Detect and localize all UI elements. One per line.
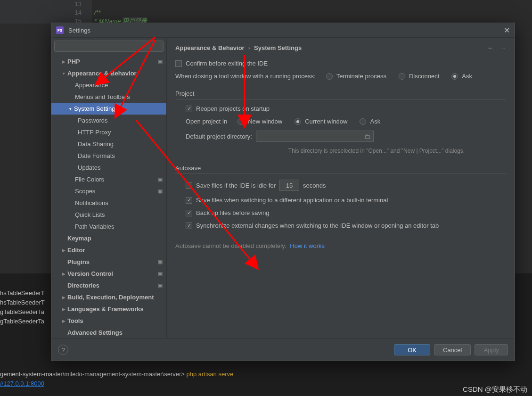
terminal-command: php artisan serve xyxy=(185,371,233,378)
switch-app-label: Save files when switching to a different… xyxy=(196,197,388,204)
open-project-label: Open project in xyxy=(186,118,227,125)
tree-item-path-variables[interactable]: Path Variables xyxy=(51,221,166,232)
tree-item-system-settings[interactable]: ▾System Settings xyxy=(51,103,166,115)
tree-item-notifications[interactable]: Notifications xyxy=(51,197,166,209)
search-input[interactable] xyxy=(54,41,164,52)
dialog-title: Settings xyxy=(68,27,504,34)
reopen-checkbox[interactable] xyxy=(186,106,192,112)
settings-content: Appearance & Behavior › System Settings … xyxy=(167,38,515,338)
tree-item-updates[interactable]: Updates xyxy=(51,162,166,173)
close-icon[interactable]: ✕ xyxy=(504,26,510,35)
confirm-exit-checkbox[interactable] xyxy=(175,60,182,67)
radio-ask-close[interactable] xyxy=(451,73,458,80)
app-icon: PS xyxy=(56,26,64,34)
tree-item-advanced[interactable]: Advanced Settings xyxy=(51,327,166,338)
section-autosave: Autosave xyxy=(175,165,506,174)
autosave-note: Autosave cannot be disabled completely. xyxy=(175,242,286,249)
tree-item-date-formats[interactable]: Date Formats xyxy=(51,150,166,162)
radio-ask-open-label: Ask xyxy=(370,118,380,125)
radio-disconnect[interactable] xyxy=(399,73,405,80)
gutter: 13 14 15 xyxy=(0,0,92,24)
radio-current-window[interactable] xyxy=(295,118,301,125)
tree-item-plugins[interactable]: Plugins▣ xyxy=(51,256,166,268)
tree-item-editor[interactable]: ▶Editor xyxy=(51,244,166,256)
closing-process-label: When closing a tool window with a runnin… xyxy=(175,73,316,80)
reopen-label: Reopen projects on startup xyxy=(196,105,270,112)
folder-icon[interactable]: 🗀 xyxy=(364,133,370,140)
radio-current-window-label: Current window xyxy=(305,118,347,125)
tree-item-data-sharing[interactable]: Data Sharing xyxy=(51,138,166,150)
tree-item-appearance[interactable]: Appearance xyxy=(51,79,166,91)
terminal-path: gement-system-master\miledo-management-s… xyxy=(0,371,185,378)
confirm-exit-label: Confirm before exiting the IDE xyxy=(186,60,268,67)
cancel-button[interactable]: Cancel xyxy=(434,344,471,355)
tree-item-version-control[interactable]: ▶Version Control▣ xyxy=(51,268,166,280)
switch-app-checkbox[interactable] xyxy=(186,197,192,204)
tree-item-keymap[interactable]: Keymap xyxy=(51,232,166,244)
radio-disconnect-label: Disconnect xyxy=(409,73,439,80)
default-dir-label: Default project directory: xyxy=(186,133,252,140)
editor-background: 13 14 15 /** * @Name 用户登录 xyxy=(0,0,532,24)
tree-item-tools[interactable]: ▶Tools xyxy=(51,315,166,327)
help-button[interactable]: ? xyxy=(58,345,68,355)
sync-label: Synchronize external changes when switch… xyxy=(196,222,439,229)
radio-terminate-label: Terminate process xyxy=(336,73,386,80)
idle-save-checkbox[interactable] xyxy=(186,182,192,189)
default-dir-hint: This directory is preselected in "Open..… xyxy=(288,148,465,154)
ok-button[interactable]: OK xyxy=(394,344,430,355)
radio-new-window[interactable] xyxy=(237,118,244,125)
tree-item-languages[interactable]: ▶Languages & Frameworks xyxy=(51,303,166,315)
titlebar: PS Settings ✕ xyxy=(51,23,515,37)
idle-seconds-input[interactable] xyxy=(279,180,299,191)
how-it-works-link[interactable]: How it works xyxy=(290,242,325,249)
nav-back-icon[interactable]: ← xyxy=(487,44,493,51)
code-preview: /** * @Name 用户登录 xyxy=(94,0,147,25)
tree-item-menus-toolbars[interactable]: Menus and Toolbars xyxy=(51,91,166,103)
dialog-footer: ? OK Cancel Apply xyxy=(51,339,515,361)
settings-dialog: PS Settings ✕ ⌕ ▶PHP▣ ▾Appearance & Beha… xyxy=(51,23,515,361)
radio-ask-open[interactable] xyxy=(360,118,366,125)
terminal-link[interactable]: //127.0.0.1:8000 xyxy=(0,380,44,387)
default-dir-input[interactable]: 🗀 xyxy=(256,131,374,142)
section-project: Project xyxy=(175,90,506,99)
watermark: CSDN @安果移不动 xyxy=(463,385,527,394)
tree-item-php[interactable]: ▶PHP▣ xyxy=(51,56,166,67)
sync-checkbox[interactable] xyxy=(186,223,192,229)
idle-save-label-post: seconds xyxy=(303,182,326,189)
breadcrumb-root[interactable]: Appearance & Behavior xyxy=(175,44,245,51)
idle-save-label-pre: Save files if the IDE is idle for xyxy=(196,182,276,189)
tree-item-directories[interactable]: Directories▣ xyxy=(51,280,166,291)
tree-item-scopes[interactable]: Scopes▣ xyxy=(51,185,166,197)
breadcrumb: Appearance & Behavior › System Settings … xyxy=(175,44,506,51)
settings-tree[interactable]: ▶PHP▣ ▾Appearance & Behavior Appearance … xyxy=(51,55,166,338)
tree-item-http-proxy[interactable]: HTTP Proxy xyxy=(51,126,166,138)
tree-item-appearance-behavior[interactable]: ▾Appearance & Behavior xyxy=(51,67,166,79)
tree-item-passwords[interactable]: Passwords xyxy=(51,115,166,126)
breadcrumb-leaf: System Settings xyxy=(254,44,302,51)
tree-item-quick-lists[interactable]: Quick Lists xyxy=(51,209,166,221)
tree-item-build[interactable]: ▶Build, Execution, Deployment xyxy=(51,291,166,303)
radio-ask-close-label: Ask xyxy=(462,73,472,80)
chevron-right-icon: › xyxy=(248,44,250,51)
radio-new-window-label: New window xyxy=(248,118,282,125)
backup-checkbox[interactable] xyxy=(186,210,192,216)
tree-item-file-colors[interactable]: File Colors▣ xyxy=(51,173,166,185)
nav-forward-icon: → xyxy=(500,44,506,51)
settings-sidebar: ⌕ ▶PHP▣ ▾Appearance & Behavior Appearanc… xyxy=(51,38,167,338)
radio-terminate[interactable] xyxy=(326,73,333,80)
apply-button[interactable]: Apply xyxy=(475,344,508,355)
backup-label: Back up files before saving xyxy=(196,209,269,216)
